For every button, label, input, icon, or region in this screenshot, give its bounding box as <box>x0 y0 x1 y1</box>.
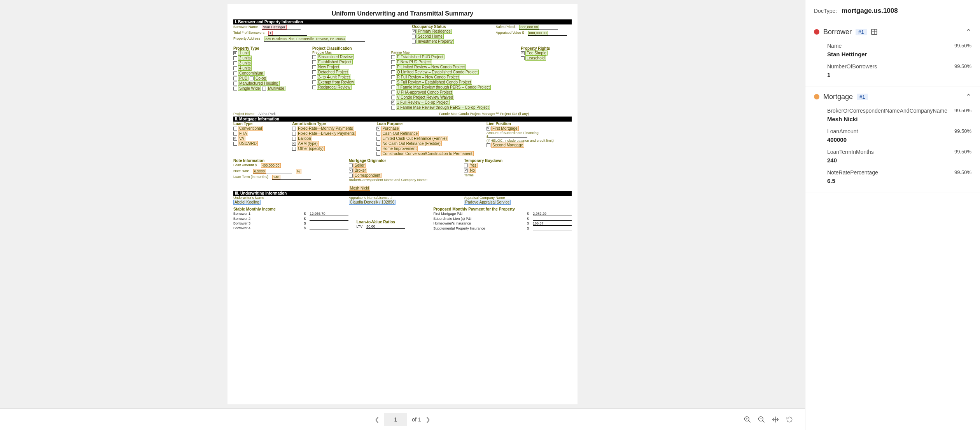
total-borrowers-label: Total # of Borrowers <box>233 31 264 36</box>
field-label: LoanTermInMonths <box>827 149 874 155</box>
page-number-input[interactable] <box>384 413 407 426</box>
section-1-header: I. Borrower and Property Information <box>233 19 572 24</box>
field-confidence: 99.50% <box>954 63 971 70</box>
doctype-row: DocType: mortgage.us.1008 <box>805 0 980 22</box>
project-name-value: Alpha Park <box>259 112 276 116</box>
appraisal-co-value: Padove Appraisal Service <box>464 200 511 205</box>
field-value: Stan Hettinger <box>827 50 971 62</box>
loan-amount-label: Loan Amount $ <box>233 163 257 168</box>
sales-price-value: 800,000.00 <box>519 25 539 30</box>
svg-line-1 <box>749 420 751 422</box>
lp-purchase: Purchase <box>381 126 400 131</box>
fn-2: 2 Fannie Mae Review through PERS – Co-op… <box>396 105 490 110</box>
lien-label: Lien Position <box>486 122 572 126</box>
fn-p: P Limited Review – New Condo Project <box>396 64 466 70</box>
zoom-out-icon[interactable] <box>758 416 765 423</box>
amort-label: Amortization Type <box>292 122 369 126</box>
fn-r: R Full Review – New Condo Project <box>396 75 460 80</box>
am-other: Other (specify) <box>297 146 325 151</box>
field-label: Name <box>827 43 842 49</box>
mo-correspondent: Correspondent <box>354 173 382 178</box>
entity-mortgage-badge: #1 <box>857 94 868 100</box>
page-total-label: of 1 <box>412 416 421 423</box>
broker-corr-label: Broker/Correspondent Name and Company Na… <box>349 178 457 182</box>
field-confidence: 99.50% <box>954 43 971 49</box>
viewer-toolbar: ❮ of 1 ❯ <box>0 408 805 430</box>
field-label: BrokerOrCorrespondentNameAndCompanyName <box>827 108 944 114</box>
entity-mortgage-header[interactable]: Mortgage #1 ⌃ <box>805 87 980 106</box>
stable-income-label: Stable Monthly Income <box>233 207 348 211</box>
table-view-icon[interactable] <box>871 28 878 35</box>
field-value: 400000 <box>827 136 971 148</box>
pt-manufactured: Manufactured Housing <box>238 81 280 86</box>
fannie-mae-label: Fannie Mae <box>391 50 513 54</box>
rotate-icon[interactable] <box>786 416 793 423</box>
pan-icon[interactable] <box>772 416 779 423</box>
note-info-label: Note Information <box>233 158 341 163</box>
section-3-header: III. Underwriting Information <box>233 191 572 196</box>
field-confidence: 99.50% <box>954 128 971 134</box>
lp-cashout: Cash-Out Refinance <box>381 131 419 136</box>
ltv-label: Loan-to-Value Ratios <box>356 220 425 224</box>
ltv-row-label: LTV <box>356 225 362 229</box>
note-rate-label: Note Rate <box>233 169 249 174</box>
broker-name-value: Mesh Nicki <box>349 186 370 191</box>
appraiser-label: Appraiser's Name/License # <box>349 196 457 200</box>
fn-e: E Established PUD Project <box>396 54 444 59</box>
field-label: NumberOfBorrowers <box>827 63 877 70</box>
fn-f: F New PUD Project <box>396 59 432 64</box>
freddie-mac-label: Freddie Mac <box>312 50 383 54</box>
mort-orig-label: Mortgage Originator <box>349 158 457 163</box>
chevron-up-icon[interactable]: ⌃ <box>966 28 971 36</box>
entity-borrower-title: Borrower <box>823 28 852 36</box>
p1-amount: 2,982.29 <box>533 212 546 216</box>
pt-single-wide: Single Wide <box>238 86 261 91</box>
tb-yes: Yes <box>469 163 477 168</box>
pt-1unit: 1 unit <box>238 50 250 56</box>
lp-construction: Construction Conversion/Construction to … <box>381 151 473 156</box>
p3-amount: 166.67 <box>533 221 544 225</box>
entity-mortgage-title: Mortgage <box>823 93 853 101</box>
loan-type-label: Loan Type <box>233 122 284 126</box>
occ-primary: Primary Residence <box>416 29 452 34</box>
document-title: Uniform Underwriting and Transmittal Sum… <box>233 8 572 19</box>
fm-established: Established Project <box>317 59 353 64</box>
loan-term-value: 240 <box>272 175 280 179</box>
project-name-label: Project Name <box>233 112 255 116</box>
fm-exempt: Exempt from Review <box>317 80 355 85</box>
entity-borrower-header[interactable]: Borrower #1 ⌃ <box>805 22 980 42</box>
document-canvas[interactable]: Uniform Underwriting and Transmittal Sum… <box>0 0 805 408</box>
extraction-panel: DocType: mortgage.us.1008 Borrower #1 ⌃ … <box>805 0 980 430</box>
appraiser-value: Claudia Denesik / 102896 <box>349 200 396 205</box>
terms-label: Terms <box>464 173 474 177</box>
p2-label: Subordinate Lien (s) P&I <box>433 217 471 221</box>
note-rate-pct: % <box>296 169 301 174</box>
lt-va: VA <box>238 136 245 141</box>
pr-fee-simple: Fee Simple <box>525 50 548 56</box>
fm-detached: Detached Project <box>317 70 349 75</box>
chevron-up-icon[interactable]: ⌃ <box>966 92 971 101</box>
field-value: 240 <box>827 156 971 168</box>
pt-condo: Condominium <box>238 71 264 76</box>
uw-name-value: Abdiel Keeling <box>233 200 261 205</box>
mortgage-dot-icon <box>814 94 819 99</box>
fn-t: T Fannie Mae Review through PERS – Condo… <box>396 85 491 90</box>
entity-borrower: Borrower #1 ⌃ Name99.50% Stan Hettinger … <box>805 22 980 87</box>
lien-sub-label: Amount of Subordinate Financing <box>486 131 572 135</box>
am-balloon: Balloon <box>297 136 312 141</box>
field-value: Mesh Nicki <box>827 115 971 127</box>
tb-no: No <box>469 168 476 173</box>
property-rights-label: Property Rights <box>521 46 572 50</box>
doctype-value: mortgage.us.1008 <box>842 7 898 15</box>
document-page: Uniform Underwriting and Transmittal Sum… <box>228 4 578 404</box>
borrower-3-label: Borrower 3 <box>233 221 250 225</box>
next-page-button[interactable]: ❯ <box>426 415 430 424</box>
appraised-value: 800,000.00 <box>528 31 548 35</box>
total-borrowers-value: 1 <box>268 31 273 35</box>
p4-label: Supplemental Property Insurance <box>433 226 485 230</box>
prev-page-button[interactable]: ❮ <box>374 415 379 424</box>
mo-seller: Seller <box>354 163 366 168</box>
doctype-label: DocType: <box>814 8 837 14</box>
zoom-in-icon[interactable] <box>744 416 751 423</box>
document-viewer: Uniform Underwriting and Transmittal Sum… <box>0 0 805 430</box>
